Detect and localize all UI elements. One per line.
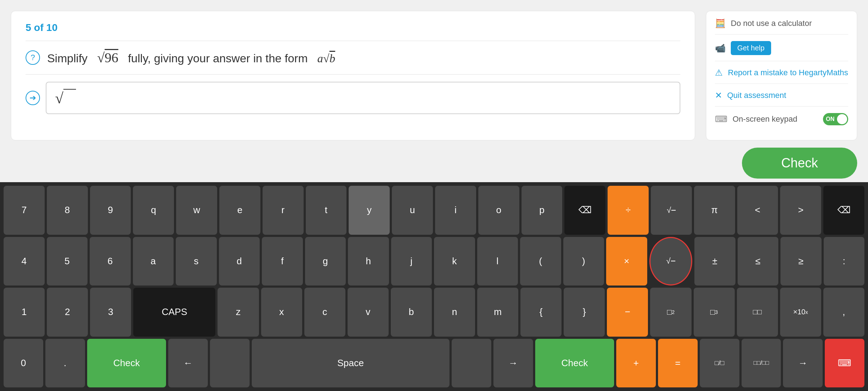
key-s[interactable]: s — [176, 237, 217, 286]
question-text-row: ? Simplify √96 fully, giving your answer… — [26, 50, 680, 66]
key-y[interactable]: y — [349, 186, 390, 235]
key-plus[interactable]: + — [616, 339, 656, 388]
key-3[interactable]: 3 — [90, 288, 131, 337]
keyboard-icon: ⌨ — [715, 114, 728, 124]
keyboard-row-3: 1 2 3 CAPS z x c v b n m { } − □2 □3 □□ … — [4, 288, 864, 337]
key-0[interactable]: 0 — [4, 339, 43, 388]
key-comma[interactable]: , — [823, 288, 864, 337]
key-2[interactable]: 2 — [47, 288, 88, 337]
key-t[interactable]: t — [306, 186, 347, 235]
keypad-toggle[interactable]: ON — [823, 113, 848, 125]
key-greater[interactable]: > — [780, 186, 821, 235]
key-9[interactable]: 9 — [90, 186, 131, 235]
key-d[interactable]: d — [219, 237, 260, 286]
key-sqrt-1[interactable]: √ — [651, 186, 692, 235]
key-less[interactable]: < — [737, 186, 778, 235]
key-power[interactable]: □□ — [737, 288, 778, 337]
key-w[interactable]: w — [176, 186, 217, 235]
toggle-switch[interactable]: ON — [823, 113, 848, 125]
key-close-brace[interactable]: } — [564, 288, 605, 337]
question-help-icon[interactable]: ? — [26, 50, 40, 65]
key-colon[interactable]: : — [824, 237, 865, 286]
question-text: Simplify √96 fully, giving your answer i… — [47, 50, 335, 66]
key-j[interactable]: j — [391, 237, 432, 286]
question-number: 5 of 10 — [26, 22, 680, 33]
key-space[interactable]: Space — [252, 339, 449, 388]
key-divide[interactable]: ÷ — [608, 186, 649, 235]
key-r[interactable]: r — [263, 186, 304, 235]
key-geq[interactable]: ≥ — [780, 237, 822, 286]
key-plusminus[interactable]: ± — [694, 237, 735, 286]
sidebar-panel: 🧮 Do not use a calculator 📹 Get help ⚠ R… — [706, 11, 857, 140]
key-empty — [210, 339, 250, 388]
key-h[interactable]: h — [348, 237, 389, 286]
key-b[interactable]: b — [391, 288, 432, 337]
keyboard-row-2: 4 5 6 a s d f g h j k l ( ) × √ ± ≤ ≥ : — [4, 237, 864, 286]
key-sq[interactable]: □2 — [650, 288, 691, 337]
key-u[interactable]: u — [392, 186, 433, 235]
key-leq[interactable]: ≤ — [738, 237, 779, 286]
toggle-knob — [837, 114, 847, 124]
key-mixed-fraction[interactable]: □□/□□ — [742, 339, 781, 388]
key-1[interactable]: 1 — [4, 288, 45, 337]
key-sqrt-2[interactable]: √ — [649, 237, 693, 286]
key-pi[interactable]: π — [694, 186, 735, 235]
check-button-area: Check — [0, 144, 868, 182]
key-l[interactable]: l — [477, 237, 518, 286]
calculator-icon: 🧮 — [715, 18, 726, 28]
key-times10[interactable]: ×10x — [780, 288, 821, 337]
key-n[interactable]: n — [434, 288, 475, 337]
key-p[interactable]: p — [522, 186, 563, 235]
key-keyboard-icon[interactable]: ⌨ — [825, 339, 864, 388]
key-cube[interactable]: □3 — [694, 288, 735, 337]
key-4[interactable]: 4 — [4, 237, 45, 286]
keyboard-row-4: 0 . Check ← Space → Check + = □/□ □□/□□ … — [4, 339, 864, 388]
key-q[interactable]: q — [133, 186, 174, 235]
get-help-button[interactable]: Get help — [731, 41, 771, 55]
answer-input[interactable]: √ — [46, 82, 680, 114]
report-link[interactable]: Report a mistake to HegartyMaths — [728, 68, 848, 77]
quit-link[interactable]: Quit assessment — [727, 91, 786, 100]
key-z[interactable]: z — [218, 288, 259, 337]
check-button-main[interactable]: Check — [742, 148, 857, 179]
key-check-right[interactable]: Check — [535, 339, 614, 388]
key-backspace-2[interactable]: ⌫ — [823, 186, 864, 235]
question-divider — [26, 41, 680, 41]
key-caps[interactable]: CAPS — [133, 288, 215, 337]
key-8[interactable]: 8 — [47, 186, 88, 235]
key-close-paren[interactable]: ) — [563, 237, 604, 286]
key-6[interactable]: 6 — [90, 237, 131, 286]
get-help-item: 📹 Get help — [715, 41, 848, 61]
key-a[interactable]: a — [133, 237, 174, 286]
key-right-arrow-2[interactable]: → — [783, 339, 823, 388]
key-m[interactable]: m — [477, 288, 518, 337]
key-equals[interactable]: = — [658, 339, 698, 388]
key-5[interactable]: 5 — [47, 237, 88, 286]
key-minus[interactable]: − — [607, 288, 648, 337]
key-i[interactable]: i — [435, 186, 476, 235]
warning-icon: ⚠ — [715, 68, 723, 78]
key-c[interactable]: c — [304, 288, 345, 337]
key-o[interactable]: o — [478, 186, 519, 235]
key-open-brace[interactable]: { — [520, 288, 561, 337]
key-multiply[interactable]: × — [606, 237, 647, 286]
answer-divider — [26, 74, 680, 75]
answer-arrow-icon: ➔ — [26, 91, 40, 105]
key-g[interactable]: g — [305, 237, 346, 286]
key-check-left[interactable]: Check — [87, 339, 166, 388]
quit-item: ✕ Quit assessment — [715, 90, 848, 107]
key-right-arrow[interactable]: → — [493, 339, 533, 388]
key-x[interactable]: x — [261, 288, 302, 337]
key-f[interactable]: f — [262, 237, 303, 286]
key-backspace-1[interactable]: ⌫ — [564, 186, 605, 235]
key-v[interactable]: v — [348, 288, 389, 337]
no-calculator-label: Do not use a calculator — [731, 19, 812, 28]
key-e[interactable]: e — [219, 186, 260, 235]
key-dot[interactable]: . — [45, 339, 85, 388]
key-left-arrow[interactable]: ← — [168, 339, 208, 388]
video-icon: 📹 — [715, 43, 726, 53]
key-fraction[interactable]: □/□ — [700, 339, 739, 388]
key-open-paren[interactable]: ( — [520, 237, 561, 286]
key-k[interactable]: k — [434, 237, 475, 286]
key-7[interactable]: 7 — [4, 186, 45, 235]
